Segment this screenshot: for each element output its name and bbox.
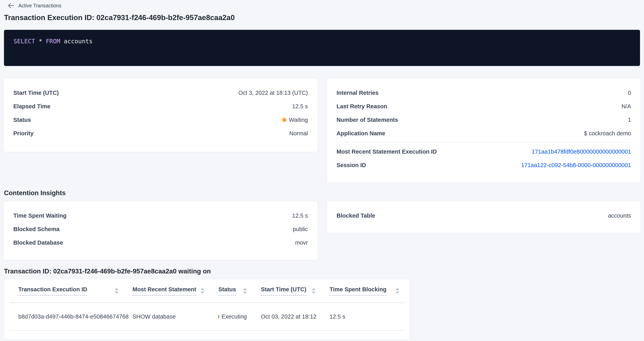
- cell-status: Executing: [210, 303, 252, 331]
- row-label: Last Retry Reason: [336, 103, 387, 110]
- page-title: Transaction Execution ID: 02ca7931-f246-…: [4, 13, 235, 22]
- details-row-statement-execution-id: Most Recent Statement Execution ID 171aa…: [327, 145, 640, 158]
- row-label: Application Name: [336, 130, 385, 137]
- column-header-start-time[interactable]: Start Time (UTC): [252, 279, 320, 303]
- waiting-on-heading: Transaction ID: 02ca7931-f246-469b-b2fe-…: [4, 268, 211, 275]
- details-row-application-name: Application Name $ cockroach demo: [327, 127, 640, 140]
- row-value: Oct 3, 2022 at 18:13 (UTC): [238, 90, 308, 96]
- row-value: $ cockroach demo: [584, 130, 631, 137]
- waiting-on-table-card: Transaction Execution ID Most Recent Sta…: [4, 279, 410, 339]
- column-header-time-spent-blocking[interactable]: Time Spent Blocking: [320, 279, 404, 303]
- row-label: Blocked Schema: [13, 226, 60, 233]
- contention-left-card: Time Spent Waiting 12.5 s Blocked Schema…: [4, 201, 318, 260]
- row-value: 12.5 s: [292, 103, 308, 110]
- cell-transaction-execution-id: b8d7d03a-d497-446b-8474-e50846674768: [9, 303, 124, 331]
- status-text: Executing: [222, 313, 247, 320]
- details-row-number-of-statements: Number of Statements 1: [327, 113, 640, 127]
- sql-keyword-select: SELECT: [14, 38, 35, 45]
- cell-most-recent-statement: SHOW database: [124, 303, 210, 331]
- row-value: movr: [295, 240, 308, 246]
- row-value: N/A: [622, 103, 631, 110]
- column-header-transaction-execution-id[interactable]: Transaction Execution ID: [9, 279, 124, 303]
- sql-table-name: accounts: [64, 38, 93, 45]
- summary-row-start-time: Start Time (UTC) Oct 3, 2022 at 18:13 (U…: [4, 86, 318, 100]
- table-row: b8d7d03a-d497-446b-8474-e50846674768 SHO…: [9, 303, 404, 331]
- row-label: Internal Retries: [336, 90, 378, 96]
- row-label: Session ID: [336, 162, 366, 169]
- row-label: Priority: [13, 130, 34, 137]
- table-header-row: Transaction Execution ID Most Recent Sta…: [9, 279, 404, 303]
- sort-icon[interactable]: [201, 288, 204, 294]
- details-row-internal-retries: Internal Retries 0: [327, 86, 640, 100]
- contention-row-blocked-table: Blocked Table accounts: [327, 209, 640, 222]
- cell-start-time: Oct 03, 2022 at 18:12: [252, 303, 320, 331]
- session-id-link[interactable]: 171aa122-c092-54b8-0000-000000000001: [521, 162, 631, 169]
- row-value: 12.5 s: [292, 212, 308, 219]
- row-label: Most Recent Statement Execution ID: [336, 148, 437, 155]
- transaction-details-card: Internal Retries 0 Last Retry Reason N/A…: [327, 78, 641, 183]
- row-label: Elapsed Time: [13, 103, 50, 110]
- contention-row-time-spent-waiting: Time Spent Waiting 12.5 s: [4, 209, 318, 222]
- details-row-last-retry-reason: Last Retry Reason N/A: [327, 100, 640, 113]
- back-arrow-icon: [8, 3, 14, 8]
- back-link-label: Active Transactions: [18, 3, 62, 8]
- row-label: Blocked Table: [336, 212, 375, 219]
- row-value: 1: [628, 117, 631, 123]
- row-value: public: [293, 226, 308, 233]
- row-label: Time Spent Waiting: [13, 212, 66, 219]
- active-transaction-details-page: Active Transactions Transaction Executio…: [0, 0, 644, 341]
- row-value: 0: [628, 90, 631, 96]
- summary-row-status: Status Waiting: [4, 113, 318, 127]
- sort-icon[interactable]: [243, 288, 247, 294]
- status-executing-dot-icon: [218, 315, 219, 319]
- row-label: Blocked Database: [13, 240, 63, 246]
- sql-statement-box: SELECT * FROM accounts: [4, 30, 640, 66]
- waiting-on-table: Transaction Execution ID Most Recent Sta…: [9, 279, 404, 331]
- details-row-session-id: Session ID 171aa122-c092-54b8-0000-00000…: [327, 158, 640, 172]
- contention-right-card: Blocked Table accounts: [327, 201, 641, 233]
- row-label: Start Time (UTC): [13, 90, 59, 96]
- card-divider: [336, 142, 631, 143]
- row-value: accounts: [608, 212, 631, 219]
- statement-execution-id-link[interactable]: 171aa1b478fdf0e80000000000000001: [532, 148, 631, 155]
- row-label: Status: [13, 117, 31, 123]
- column-header-most-recent-statement[interactable]: Most Recent Statement: [124, 279, 210, 303]
- sort-icon[interactable]: [115, 288, 118, 294]
- contention-insights-heading: Contention Insights: [4, 189, 66, 197]
- back-link-active-transactions[interactable]: Active Transactions: [8, 2, 62, 9]
- row-value: Normal: [290, 130, 308, 137]
- status-text: Waiting: [289, 117, 308, 123]
- cell-time-spent-blocking: 12.5 s: [320, 303, 404, 331]
- status-value: Waiting: [282, 117, 308, 123]
- sql-keyword-from: FROM: [46, 38, 60, 45]
- status-waiting-dot-icon: [282, 118, 286, 122]
- sql-star: *: [38, 38, 42, 45]
- summary-row-priority: Priority Normal: [4, 127, 318, 140]
- sort-icon[interactable]: [396, 288, 399, 294]
- summary-row-elapsed-time: Elapsed Time 12.5 s: [4, 100, 318, 113]
- contention-row-blocked-schema: Blocked Schema public: [4, 222, 318, 236]
- sort-icon[interactable]: [312, 288, 316, 294]
- contention-row-blocked-database: Blocked Database movr: [4, 236, 318, 249]
- row-label: Number of Statements: [336, 117, 398, 123]
- column-header-status[interactable]: Status: [210, 279, 252, 303]
- execution-summary-card: Start Time (UTC) Oct 3, 2022 at 18:13 (U…: [4, 78, 318, 152]
